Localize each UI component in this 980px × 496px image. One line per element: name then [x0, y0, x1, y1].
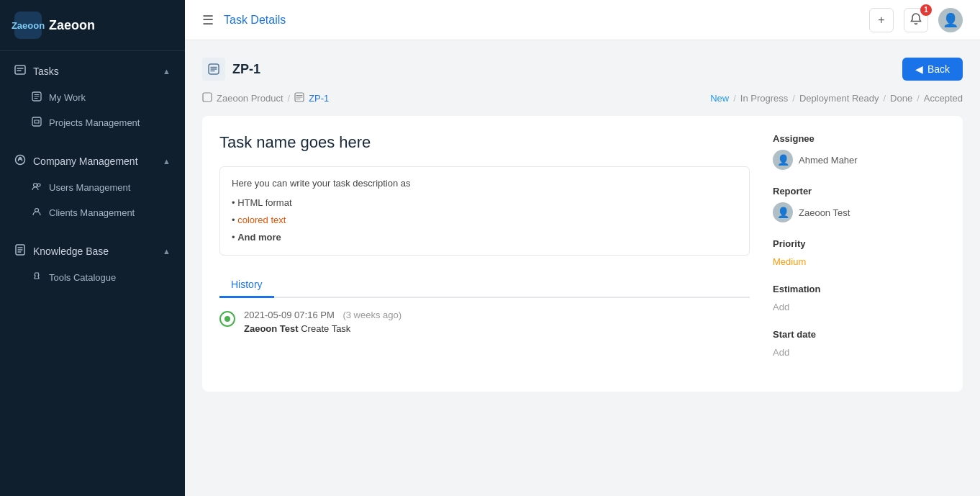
hamburger-icon[interactable]: ☰	[202, 12, 214, 28]
knowledge-section-label: Knowledge Base	[33, 245, 109, 257]
priority-label: Priority	[773, 238, 945, 249]
topbar-title: Task Details	[224, 14, 286, 27]
projects-label: Projects Management	[49, 117, 140, 128]
sidebar-item-users-management[interactable]: Users Management	[0, 175, 185, 200]
clients-label: Clients Management	[49, 207, 135, 218]
reporter-avatar-icon: 👤	[777, 207, 789, 218]
company-chevron-icon: ▲	[163, 157, 171, 166]
history-item: 2021-05-09 07:16 PM (3 weeks ago) Zaeoon…	[219, 310, 750, 334]
assignee-avatar-icon: 👤	[777, 154, 789, 166]
assignee-user: 👤 Ahmed Maher	[773, 150, 945, 170]
content-area: ZP-1 ◀ Back Zaeoon Product / ZP-1 Ne	[185, 40, 980, 496]
task-description: Here you can write your task description…	[219, 166, 750, 256]
sidebar-section-knowledge: Knowledge Base ▲ Tools Catalogue	[0, 231, 185, 296]
sidebar-section-knowledge-header[interactable]: Knowledge Base ▲	[0, 237, 185, 265]
task-main: Task name goes here Here you can write y…	[219, 133, 750, 374]
history-text: Zaeoon Test Create Task	[244, 323, 750, 334]
company-section-label: Company Management	[33, 155, 138, 167]
assignee-avatar: 👤	[773, 150, 793, 170]
task-type-icon	[202, 58, 225, 81]
knowledge-chevron-icon: ▲	[163, 247, 171, 256]
tab-history[interactable]: History	[219, 273, 274, 298]
reporter-name: Zaeoon Test	[799, 207, 850, 218]
app-name: Zaeoon	[49, 18, 95, 33]
breadcrumb: Zaeoon Product / ZP-1	[202, 92, 329, 104]
priority-value: Medium	[773, 256, 806, 267]
svg-rect-0	[15, 66, 25, 74]
topbar-left: ☰ Task Details	[202, 12, 286, 28]
task-name: Task name goes here	[219, 133, 750, 152]
sidebar-section-tasks-header[interactable]: Tasks ▲	[0, 57, 185, 85]
priority-field: Priority Medium	[773, 238, 945, 268]
back-arrow-icon: ◀	[915, 63, 923, 75]
sidebar-section-company-header[interactable]: Company Management ▲	[0, 147, 185, 175]
history-dot-inner	[224, 316, 230, 322]
reporter-field: Reporter 👤 Zaeoon Test	[773, 186, 945, 222]
description-item-2: colored text	[232, 212, 738, 229]
knowledge-section-icon	[14, 244, 26, 258]
history-tabs: History	[219, 273, 750, 298]
breadcrumb-task-icon	[294, 92, 304, 104]
notification-badge: 1	[920, 4, 932, 16]
users-icon	[32, 181, 42, 194]
sidebar-section-company: Company Management ▲ Users Management Cl…	[0, 141, 185, 231]
assignee-name: Ahmed Maher	[799, 155, 858, 166]
status-new[interactable]: New	[710, 93, 729, 104]
notifications-button[interactable]: 1	[904, 8, 928, 32]
tasks-chevron-icon: ▲	[163, 67, 171, 76]
logo-icon: Zaeoon	[14, 12, 42, 39]
sidebar-item-projects-management[interactable]: Projects Management	[0, 110, 185, 135]
task-sidebar-panel: Assignee 👤 Ahmed Maher Reporter 👤	[773, 133, 945, 374]
add-button[interactable]: +	[869, 8, 894, 32]
svg-rect-2	[32, 117, 41, 126]
bell-icon	[909, 12, 922, 28]
estimation-add[interactable]: Add	[773, 302, 789, 312]
estimation-label: Estimation	[773, 284, 945, 294]
task-id: ZP-1	[232, 62, 260, 77]
breadcrumb-sep-1: /	[288, 93, 291, 104]
task-body: Task name goes here Here you can write y…	[202, 116, 963, 392]
status-in-progress[interactable]: In Progress	[740, 93, 788, 104]
status-accepted[interactable]: Accepted	[924, 93, 963, 104]
breadcrumb-current[interactable]: ZP-1	[309, 93, 329, 104]
tasks-section-icon	[14, 64, 26, 78]
user-avatar-button[interactable]: 👤	[938, 8, 963, 32]
tools-label: Tools Catalogue	[49, 272, 116, 283]
sidebar-logo: Zaeoon Zaeoon	[0, 0, 185, 51]
description-intro: Here you can write your task description…	[232, 178, 411, 189]
reporter-user: 👤 Zaeoon Test	[773, 202, 945, 222]
company-section-icon	[14, 154, 26, 168]
my-work-icon	[32, 91, 42, 104]
topbar-right: + 1 👤	[869, 8, 963, 32]
status-done[interactable]: Done	[890, 93, 912, 104]
sidebar-item-clients-management[interactable]: Clients Management	[0, 200, 185, 225]
description-list: HTML format colored text And more	[232, 194, 738, 246]
back-button[interactable]: ◀ Back	[902, 58, 963, 81]
tasks-section-label: Tasks	[33, 66, 59, 77]
svg-point-6	[37, 184, 40, 186]
breadcrumb-parent[interactable]: Zaeoon Product	[217, 93, 283, 104]
start-date-label: Start date	[773, 329, 945, 340]
clients-icon	[32, 207, 42, 219]
svg-rect-10	[203, 93, 212, 102]
projects-icon	[32, 117, 42, 129]
my-work-label: My Work	[49, 92, 86, 103]
main-area: ☰ Task Details + 1 👤	[185, 0, 980, 496]
user-avatar-icon: 👤	[943, 12, 958, 28]
estimation-field: Estimation Add	[773, 284, 945, 313]
breadcrumb-icon	[202, 92, 212, 104]
history-time: 2021-05-09 07:16 PM (3 weeks ago)	[244, 310, 750, 320]
plus-icon: +	[878, 14, 884, 27]
sidebar: Zaeoon Zaeoon Tasks ▲ My Work Projects M…	[0, 0, 185, 496]
reporter-label: Reporter	[773, 186, 945, 197]
task-header-row: ZP-1 ◀ Back	[202, 58, 963, 81]
sidebar-item-tools-catalogue[interactable]: Tools Catalogue	[0, 265, 185, 290]
sidebar-item-my-work[interactable]: My Work	[0, 85, 185, 110]
status-deployment-ready[interactable]: Deployment Ready	[799, 93, 879, 104]
start-date-add[interactable]: Add	[773, 347, 789, 358]
assignee-label: Assignee	[773, 133, 945, 144]
users-label: Users Management	[49, 182, 130, 193]
svg-point-5	[34, 184, 37, 187]
assignee-field: Assignee 👤 Ahmed Maher	[773, 133, 945, 170]
history-content: 2021-05-09 07:16 PM (3 weeks ago) Zaeoon…	[244, 310, 750, 334]
